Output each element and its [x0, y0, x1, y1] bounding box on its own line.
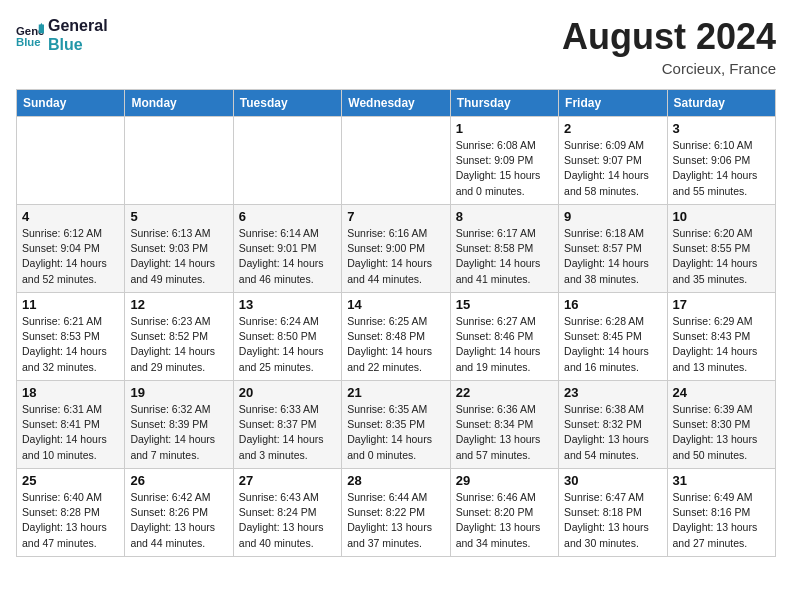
calendar-cell: 13Sunrise: 6:24 AM Sunset: 8:50 PM Dayli… — [233, 293, 341, 381]
week-row-3: 18Sunrise: 6:31 AM Sunset: 8:41 PM Dayli… — [17, 381, 776, 469]
day-number: 5 — [130, 209, 227, 224]
logo-line2: Blue — [48, 35, 108, 54]
day-number: 29 — [456, 473, 553, 488]
calendar-cell: 5Sunrise: 6:13 AM Sunset: 9:03 PM Daylig… — [125, 205, 233, 293]
col-header-sunday: Sunday — [17, 90, 125, 117]
day-number: 27 — [239, 473, 336, 488]
calendar-cell: 15Sunrise: 6:27 AM Sunset: 8:46 PM Dayli… — [450, 293, 558, 381]
day-number: 13 — [239, 297, 336, 312]
calendar-cell: 11Sunrise: 6:21 AM Sunset: 8:53 PM Dayli… — [17, 293, 125, 381]
day-number: 21 — [347, 385, 444, 400]
day-number: 24 — [673, 385, 770, 400]
col-header-saturday: Saturday — [667, 90, 775, 117]
calendar-cell: 21Sunrise: 6:35 AM Sunset: 8:35 PM Dayli… — [342, 381, 450, 469]
cell-info: Sunrise: 6:32 AM Sunset: 8:39 PM Dayligh… — [130, 402, 227, 463]
cell-info: Sunrise: 6:44 AM Sunset: 8:22 PM Dayligh… — [347, 490, 444, 551]
calendar-cell: 20Sunrise: 6:33 AM Sunset: 8:37 PM Dayli… — [233, 381, 341, 469]
day-number: 23 — [564, 385, 661, 400]
col-header-wednesday: Wednesday — [342, 90, 450, 117]
calendar-cell: 3Sunrise: 6:10 AM Sunset: 9:06 PM Daylig… — [667, 117, 775, 205]
calendar-cell: 12Sunrise: 6:23 AM Sunset: 8:52 PM Dayli… — [125, 293, 233, 381]
cell-info: Sunrise: 6:23 AM Sunset: 8:52 PM Dayligh… — [130, 314, 227, 375]
col-header-monday: Monday — [125, 90, 233, 117]
day-number: 30 — [564, 473, 661, 488]
day-number: 12 — [130, 297, 227, 312]
cell-info: Sunrise: 6:13 AM Sunset: 9:03 PM Dayligh… — [130, 226, 227, 287]
calendar-cell: 8Sunrise: 6:17 AM Sunset: 8:58 PM Daylig… — [450, 205, 558, 293]
calendar-cell: 4Sunrise: 6:12 AM Sunset: 9:04 PM Daylig… — [17, 205, 125, 293]
week-row-0: 1Sunrise: 6:08 AM Sunset: 9:09 PM Daylig… — [17, 117, 776, 205]
cell-info: Sunrise: 6:35 AM Sunset: 8:35 PM Dayligh… — [347, 402, 444, 463]
calendar-cell: 22Sunrise: 6:36 AM Sunset: 8:34 PM Dayli… — [450, 381, 558, 469]
calendar-cell: 9Sunrise: 6:18 AM Sunset: 8:57 PM Daylig… — [559, 205, 667, 293]
calendar-cell: 28Sunrise: 6:44 AM Sunset: 8:22 PM Dayli… — [342, 469, 450, 557]
day-number: 9 — [564, 209, 661, 224]
calendar-table: SundayMondayTuesdayWednesdayThursdayFrid… — [16, 89, 776, 557]
calendar-cell — [125, 117, 233, 205]
calendar-cell: 31Sunrise: 6:49 AM Sunset: 8:16 PM Dayli… — [667, 469, 775, 557]
day-number: 17 — [673, 297, 770, 312]
calendar-cell — [342, 117, 450, 205]
cell-info: Sunrise: 6:43 AM Sunset: 8:24 PM Dayligh… — [239, 490, 336, 551]
day-number: 8 — [456, 209, 553, 224]
cell-info: Sunrise: 6:21 AM Sunset: 8:53 PM Dayligh… — [22, 314, 119, 375]
day-number: 7 — [347, 209, 444, 224]
cell-info: Sunrise: 6:49 AM Sunset: 8:16 PM Dayligh… — [673, 490, 770, 551]
calendar-cell: 6Sunrise: 6:14 AM Sunset: 9:01 PM Daylig… — [233, 205, 341, 293]
logo-icon: General Blue — [16, 21, 44, 49]
title-block: August 2024 Corcieux, France — [562, 16, 776, 77]
cell-info: Sunrise: 6:25 AM Sunset: 8:48 PM Dayligh… — [347, 314, 444, 375]
week-row-2: 11Sunrise: 6:21 AM Sunset: 8:53 PM Dayli… — [17, 293, 776, 381]
logo: General Blue General Blue — [16, 16, 108, 54]
location: Corcieux, France — [562, 60, 776, 77]
calendar-cell — [17, 117, 125, 205]
cell-info: Sunrise: 6:20 AM Sunset: 8:55 PM Dayligh… — [673, 226, 770, 287]
calendar-cell: 1Sunrise: 6:08 AM Sunset: 9:09 PM Daylig… — [450, 117, 558, 205]
cell-info: Sunrise: 6:14 AM Sunset: 9:01 PM Dayligh… — [239, 226, 336, 287]
cell-info: Sunrise: 6:08 AM Sunset: 9:09 PM Dayligh… — [456, 138, 553, 199]
day-number: 6 — [239, 209, 336, 224]
calendar-cell: 17Sunrise: 6:29 AM Sunset: 8:43 PM Dayli… — [667, 293, 775, 381]
calendar-cell: 7Sunrise: 6:16 AM Sunset: 9:00 PM Daylig… — [342, 205, 450, 293]
day-number: 22 — [456, 385, 553, 400]
logo-line1: General — [48, 16, 108, 35]
day-number: 11 — [22, 297, 119, 312]
week-row-4: 25Sunrise: 6:40 AM Sunset: 8:28 PM Dayli… — [17, 469, 776, 557]
cell-info: Sunrise: 6:36 AM Sunset: 8:34 PM Dayligh… — [456, 402, 553, 463]
cell-info: Sunrise: 6:28 AM Sunset: 8:45 PM Dayligh… — [564, 314, 661, 375]
calendar-cell: 10Sunrise: 6:20 AM Sunset: 8:55 PM Dayli… — [667, 205, 775, 293]
day-number: 25 — [22, 473, 119, 488]
calendar-cell: 23Sunrise: 6:38 AM Sunset: 8:32 PM Dayli… — [559, 381, 667, 469]
cell-info: Sunrise: 6:09 AM Sunset: 9:07 PM Dayligh… — [564, 138, 661, 199]
calendar-cell: 19Sunrise: 6:32 AM Sunset: 8:39 PM Dayli… — [125, 381, 233, 469]
cell-info: Sunrise: 6:17 AM Sunset: 8:58 PM Dayligh… — [456, 226, 553, 287]
calendar-cell: 30Sunrise: 6:47 AM Sunset: 8:18 PM Dayli… — [559, 469, 667, 557]
cell-info: Sunrise: 6:38 AM Sunset: 8:32 PM Dayligh… — [564, 402, 661, 463]
calendar-cell: 29Sunrise: 6:46 AM Sunset: 8:20 PM Dayli… — [450, 469, 558, 557]
day-number: 2 — [564, 121, 661, 136]
cell-info: Sunrise: 6:42 AM Sunset: 8:26 PM Dayligh… — [130, 490, 227, 551]
col-header-thursday: Thursday — [450, 90, 558, 117]
calendar-cell: 26Sunrise: 6:42 AM Sunset: 8:26 PM Dayli… — [125, 469, 233, 557]
calendar-cell: 27Sunrise: 6:43 AM Sunset: 8:24 PM Dayli… — [233, 469, 341, 557]
day-number: 18 — [22, 385, 119, 400]
calendar-cell: 24Sunrise: 6:39 AM Sunset: 8:30 PM Dayli… — [667, 381, 775, 469]
day-number: 20 — [239, 385, 336, 400]
day-number: 28 — [347, 473, 444, 488]
day-number: 31 — [673, 473, 770, 488]
cell-info: Sunrise: 6:16 AM Sunset: 9:00 PM Dayligh… — [347, 226, 444, 287]
svg-text:Blue: Blue — [16, 36, 41, 48]
day-number: 3 — [673, 121, 770, 136]
col-header-tuesday: Tuesday — [233, 90, 341, 117]
calendar-cell: 14Sunrise: 6:25 AM Sunset: 8:48 PM Dayli… — [342, 293, 450, 381]
cell-info: Sunrise: 6:27 AM Sunset: 8:46 PM Dayligh… — [456, 314, 553, 375]
day-number: 26 — [130, 473, 227, 488]
calendar-cell: 16Sunrise: 6:28 AM Sunset: 8:45 PM Dayli… — [559, 293, 667, 381]
cell-info: Sunrise: 6:24 AM Sunset: 8:50 PM Dayligh… — [239, 314, 336, 375]
calendar-header-row: SundayMondayTuesdayWednesdayThursdayFrid… — [17, 90, 776, 117]
day-number: 1 — [456, 121, 553, 136]
calendar-cell: 2Sunrise: 6:09 AM Sunset: 9:07 PM Daylig… — [559, 117, 667, 205]
day-number: 15 — [456, 297, 553, 312]
calendar-cell: 18Sunrise: 6:31 AM Sunset: 8:41 PM Dayli… — [17, 381, 125, 469]
col-header-friday: Friday — [559, 90, 667, 117]
